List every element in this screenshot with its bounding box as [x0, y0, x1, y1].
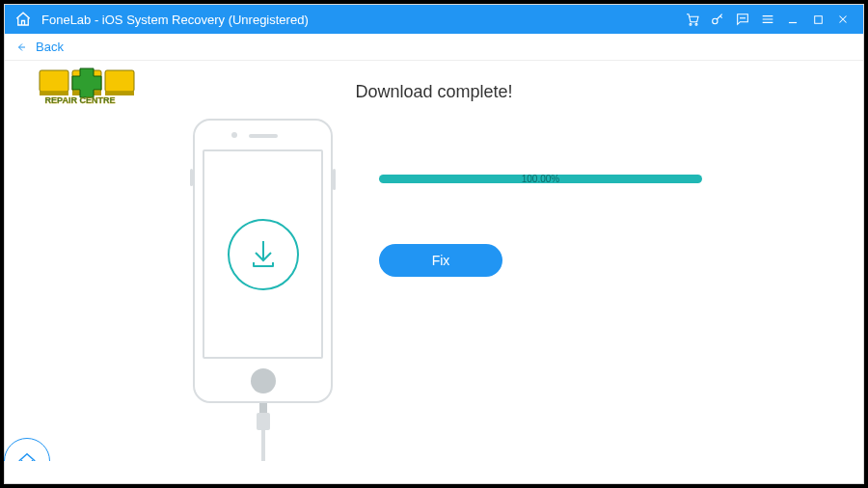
status-heading: Download complete!	[5, 82, 863, 102]
content-area: REPAIR CENTRE Download complete!	[5, 61, 863, 483]
minimize-button[interactable]	[780, 7, 805, 32]
svg-point-0	[690, 23, 692, 25]
svg-rect-13	[259, 403, 267, 413]
back-arrow-icon	[14, 41, 28, 53]
svg-rect-15	[261, 430, 265, 461]
back-label: Back	[36, 40, 64, 54]
svg-point-4	[743, 17, 744, 18]
download-icon	[228, 219, 299, 290]
svg-point-3	[741, 17, 742, 18]
progress-bar: 100.00%	[379, 175, 702, 183]
feedback-icon[interactable]	[730, 7, 755, 32]
svg-point-1	[695, 23, 697, 25]
phone-illustration	[193, 119, 333, 403]
app-window: FoneLab - iOS System Recovery (Unregiste…	[4, 4, 864, 484]
fix-button[interactable]: Fix	[379, 244, 502, 277]
title-bar: FoneLab - iOS System Recovery (Unregiste…	[5, 5, 863, 34]
progress-percent: 100.00%	[379, 174, 702, 184]
cart-icon[interactable]	[680, 7, 705, 32]
back-button[interactable]: Back	[14, 40, 64, 54]
window-title: FoneLab - iOS System Recovery (Unregiste…	[41, 13, 309, 27]
menu-icon[interactable]	[755, 7, 780, 32]
svg-rect-6	[814, 15, 822, 23]
key-icon[interactable]	[705, 7, 730, 32]
cable-illustration	[255, 403, 272, 461]
toolbar: Back	[5, 34, 863, 61]
svg-rect-14	[257, 413, 270, 430]
maximize-button[interactable]	[805, 7, 830, 32]
home-icon[interactable]	[13, 9, 34, 30]
svg-point-2	[713, 18, 718, 23]
fix-button-label: Fix	[432, 253, 450, 268]
svg-point-5	[745, 17, 746, 18]
close-button[interactable]	[830, 7, 855, 32]
